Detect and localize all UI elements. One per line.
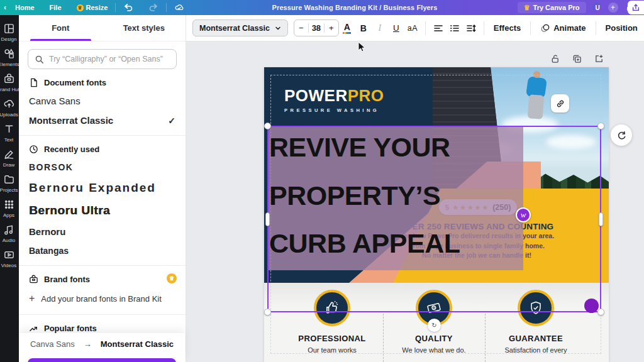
section-label: Recently used	[44, 145, 99, 154]
font-size-decrease-button[interactable]: −	[294, 23, 308, 33]
sidebar-item-draw[interactable]: Draw	[0, 148, 19, 168]
sidebar-item-design[interactable]: Design	[0, 23, 19, 42]
rail-label: Projects	[0, 187, 18, 193]
badge-guarantee[interactable]: GUARANTEE Satisfaction of every	[486, 290, 586, 354]
rail-label: Elements	[0, 62, 19, 67]
back-chevron-icon[interactable]: ‹	[0, 3, 8, 12]
sidebar-item-brand-hub[interactable]: Brand Hub	[0, 73, 19, 92]
thumbs-up-icon	[314, 290, 350, 326]
rail-label: Design	[1, 36, 17, 42]
position-button[interactable]: Position	[601, 23, 643, 33]
resize-button[interactable]: ♛ Resize	[69, 0, 116, 15]
toolbar-separator	[596, 21, 596, 35]
text-align-button[interactable]	[430, 20, 447, 36]
resize-label: Resize	[86, 4, 108, 11]
headline-line: CURB APPEAL	[269, 219, 460, 268]
letter-case-button[interactable]: aA	[404, 20, 421, 36]
link-chip-button[interactable]	[551, 94, 569, 112]
sidebar-item-videos[interactable]: Videos	[0, 249, 19, 268]
font-list-item-selected[interactable]: Montserrat Classic ✓	[19, 111, 186, 130]
sidebar-item-text[interactable]: Text	[0, 123, 19, 143]
sidebar-item-audio[interactable]: Audio	[0, 224, 19, 243]
list-button[interactable]	[447, 20, 463, 36]
sync-icon: ↻	[428, 319, 441, 332]
powerpro-logo[interactable]: POWERPRO PRESSURE WASHING	[284, 86, 384, 113]
headline-line: REVIVE YOUR	[269, 123, 460, 172]
add-page-icon	[594, 54, 604, 63]
undo-button[interactable]	[116, 0, 141, 15]
font-list-item[interactable]: BORSOK	[19, 158, 186, 177]
font-family-dropdown[interactable]: Montserrat Classic	[192, 19, 288, 36]
videos-icon	[3, 249, 15, 261]
font-search-box[interactable]	[28, 49, 177, 69]
bullet-list-icon	[450, 24, 460, 33]
sidebar-item-uploads[interactable]: Uploads	[0, 98, 19, 118]
font-list-item[interactable]: Batangas	[19, 241, 186, 260]
pro-crown-icon: ♛	[77, 4, 84, 11]
sidebar-item-elements[interactable]: Elements	[0, 48, 19, 67]
font-size-increase-button[interactable]: +	[325, 23, 338, 33]
rail-label: Draw	[3, 162, 15, 168]
line-spacing-icon	[466, 24, 476, 33]
cloud-icon	[174, 3, 184, 13]
bold-button[interactable]: B	[355, 20, 372, 36]
rotate-button[interactable]	[611, 124, 632, 146]
cloud-save-status[interactable]	[167, 0, 192, 15]
crown-icon: ♛	[524, 4, 530, 11]
badge-professional[interactable]: PROFESSIONAL Our team works	[282, 290, 382, 354]
section-brand-fonts: Brand fonts ♛	[19, 266, 186, 288]
text-color-button[interactable]: A	[339, 20, 355, 36]
headline-text[interactable]: REVIVE YOUR PROPERTY’S CURB APPEAL	[269, 123, 460, 268]
lock-page-button[interactable]	[550, 53, 560, 63]
apply-font-button[interactable]	[28, 358, 176, 362]
home-button[interactable]: Home	[8, 0, 42, 15]
badge-subtitle: Satisfaction of every	[486, 346, 586, 354]
user-avatar[interactable]: U	[592, 3, 603, 13]
projects-icon	[3, 173, 15, 185]
font-panel: Font Text styles Document fonts Canva Sa…	[19, 15, 186, 362]
tab-font[interactable]: Font	[19, 15, 103, 41]
font-list-item[interactable]: Bernoru Ultra	[19, 199, 186, 222]
share-button[interactable]	[628, 1, 644, 14]
rail-label: Videos	[1, 263, 16, 268]
font-name: Montserrat Classic	[29, 115, 113, 126]
font-list-item[interactable]: Bernoru	[19, 222, 186, 241]
apps-icon	[3, 199, 15, 211]
sidebar-item-projects[interactable]: Projects	[0, 173, 19, 193]
flyer-page[interactable]: PROFESSIONAL Our team works QUALITY We l…	[264, 67, 609, 362]
sidebar-item-apps[interactable]: Apps	[0, 199, 19, 218]
font-change-footer: Canva Sans → Montserrat Classic	[19, 333, 185, 362]
mouse-cursor	[357, 41, 367, 53]
search-input[interactable]	[49, 55, 170, 63]
document-title[interactable]: Pressure Washing Branding Kit / Business…	[192, 4, 517, 11]
rail-label: Brand Hub	[0, 87, 19, 92]
logo-tagline: PRESSURE WASHING	[284, 107, 384, 113]
underline-button[interactable]: U	[388, 20, 404, 36]
spacing-button[interactable]	[463, 20, 479, 36]
font-list-item[interactable]: Canva Sans	[19, 91, 186, 111]
effects-button[interactable]: Effects	[489, 23, 526, 33]
italic-button[interactable]: I	[372, 20, 388, 36]
trending-icon	[29, 324, 38, 333]
add-brand-fonts-button[interactable]: + Add your brand fonts in Brand Kit	[19, 288, 186, 309]
try-canva-pro-button[interactable]: ♛ Try Canva Pro	[518, 2, 586, 13]
redo-button[interactable]	[141, 0, 166, 15]
add-page-button[interactable]	[594, 53, 604, 63]
font-size-value[interactable]: 38	[308, 23, 325, 33]
link-icon	[555, 99, 565, 109]
add-member-button[interactable]: +	[608, 3, 618, 13]
text-color-letter: A	[344, 23, 350, 31]
font-list-item[interactable]: Bernoru Expanded	[19, 177, 186, 199]
tab-text-styles[interactable]: Text styles	[103, 15, 186, 41]
clock-icon	[29, 145, 38, 154]
collaborator-cursor-badge: w	[516, 207, 531, 222]
animate-button[interactable]: Animate	[535, 23, 591, 33]
file-label: File	[50, 4, 62, 11]
toolbar-separator	[530, 21, 531, 35]
canvas-workspace[interactable]: PROFESSIONAL Our team works QUALITY We l…	[186, 41, 644, 362]
shield-check-icon	[518, 290, 554, 326]
file-menu-button[interactable]: File	[42, 0, 69, 15]
selected-text-overlay[interactable]: REVIVE YOUR PROPERTY’S CURB APPEAL	[267, 126, 523, 270]
duplicate-page-button[interactable]	[572, 53, 582, 63]
logo-power: POWER	[284, 86, 348, 105]
